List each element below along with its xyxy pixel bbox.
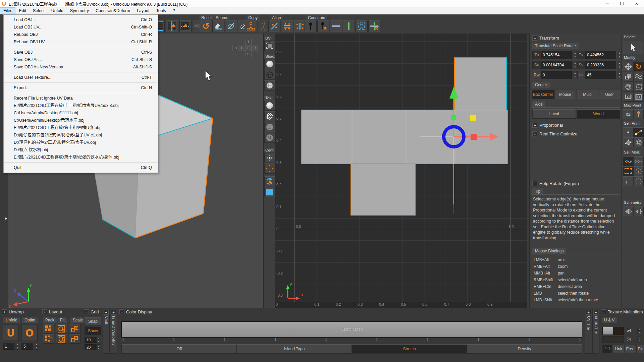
texture-checker-icon[interactable] bbox=[264, 111, 275, 121]
tv-value[interactable]: 0.424562 bbox=[585, 51, 616, 59]
expand-icon[interactable]: + bbox=[111, 310, 116, 315]
real-time-optimize-section-header[interactable]: + Real Time Optimize bbox=[532, 131, 577, 136]
menu-load-obj-uv[interactable]: Load OBJ UV...Ctrl-Shift-O bbox=[4, 23, 158, 31]
v-multiplier-slider[interactable] bbox=[602, 336, 624, 343]
constrain-pin-icon[interactable] bbox=[305, 20, 317, 32]
rotate-tool-icon[interactable]: ↻ bbox=[633, 62, 644, 71]
scale-one-to-one-icon[interactable]: 1:1 bbox=[69, 324, 80, 334]
rw-value[interactable]: 0 bbox=[541, 71, 572, 79]
center-island-icon[interactable] bbox=[264, 164, 275, 174]
link-button[interactable]: Link bbox=[613, 345, 624, 353]
select-tool-icon[interactable] bbox=[623, 41, 643, 54]
transform-section-header[interactable]: − Transform bbox=[532, 36, 559, 41]
menu-symmetry[interactable]: Symmetry bbox=[67, 7, 92, 14]
expand-icon[interactable]: + bbox=[532, 123, 537, 128]
nav-front-button[interactable]: F bbox=[245, 45, 252, 51]
visibility-strip[interactable]: + Visib. bbox=[103, 309, 110, 354]
lattice-tool-icon[interactable] bbox=[633, 82, 644, 92]
stretch-map-bar[interactable]: Stretch Map bbox=[121, 321, 582, 338]
maximize-button[interactable] bbox=[614, 0, 629, 7]
free-button[interactable]: Free bbox=[625, 345, 636, 353]
shade-wire-dark-icon[interactable] bbox=[264, 70, 275, 80]
optim-stepper[interactable]: ▲▼ bbox=[34, 343, 39, 350]
tv-field[interactable]: Tv 0.424562 ▲▼ bbox=[577, 51, 622, 59]
su-field[interactable]: Su 0.00164704 ▲▼ bbox=[532, 61, 578, 69]
fit-square-icon[interactable] bbox=[56, 324, 67, 334]
axis-local-button[interactable]: Local bbox=[532, 109, 576, 119]
marquee-rect-icon[interactable] bbox=[623, 166, 633, 176]
island-edge[interactable] bbox=[406, 110, 406, 164]
display-density-button[interactable]: Density bbox=[467, 344, 582, 354]
menu-tools[interactable]: Tools bbox=[153, 7, 169, 14]
x2-multiplier-icon[interactable]: x2 bbox=[623, 109, 633, 119]
align-line-icon[interactable] bbox=[268, 20, 280, 32]
grid-subdiv-stepper[interactable]: ▲▼ bbox=[96, 344, 101, 350]
menu-reload-obj[interactable]: ReLoad OBJCtrl-R bbox=[4, 31, 158, 38]
menu-load-user-texture[interactable]: Load User Texture...Ctrl-T bbox=[4, 74, 158, 81]
show-button[interactable]: Show bbox=[85, 327, 101, 335]
clamp-u-icon[interactable] bbox=[623, 92, 633, 102]
island-edge[interactable] bbox=[455, 110, 455, 164]
layout-section-header[interactable]: + Layout bbox=[42, 309, 62, 314]
mirror-right-icon[interactable] bbox=[633, 206, 644, 216]
display-off-button[interactable]: Off bbox=[121, 344, 237, 354]
fit-tab[interactable]: Fit bbox=[58, 317, 67, 323]
select-vertex-icon[interactable] bbox=[623, 127, 633, 137]
unfold-stepper[interactable]: ▲▼ bbox=[15, 343, 20, 350]
center-box-center-button[interactable]: Box Center bbox=[532, 90, 554, 99]
copy-uv-alt-icon[interactable] bbox=[258, 20, 270, 32]
expand-icon[interactable]: + bbox=[593, 310, 598, 315]
nav-right-button[interactable]: R bbox=[252, 45, 258, 51]
grid-size-stepper[interactable]: ▲▼ bbox=[96, 337, 101, 343]
optim-button[interactable]: O bbox=[21, 325, 38, 341]
paint-pin-icon[interactable] bbox=[633, 109, 644, 119]
shade-flat-icon[interactable] bbox=[264, 59, 275, 69]
center-pivot-icon[interactable] bbox=[264, 153, 275, 163]
brush-select-icon[interactable] bbox=[623, 156, 633, 166]
menu-edit[interactable]: Edit bbox=[15, 7, 30, 14]
menu-save-obj[interactable]: Save OBJCtrl-S bbox=[4, 49, 158, 56]
mirror-left-icon[interactable] bbox=[623, 206, 633, 216]
display-island-topo-button[interactable]: Island Topo bbox=[236, 344, 352, 354]
collapse-icon[interactable]: − bbox=[532, 181, 537, 186]
texture-binary-icon[interactable]: 1001 bbox=[264, 122, 275, 132]
menu-help[interactable]: ? bbox=[169, 7, 178, 14]
unfold-iterations-field[interactable]: 1 ▲▼ bbox=[3, 343, 20, 350]
fit-view-icon[interactable] bbox=[264, 41, 275, 51]
unfold-button[interactable]: U bbox=[3, 325, 19, 341]
collapse-icon[interactable]: − bbox=[119, 309, 124, 314]
nav-bottom-button[interactable]: B bbox=[245, 51, 252, 57]
texture-user-icon[interactable]: U bbox=[264, 133, 275, 143]
unfold-tab[interactable]: Unfold bbox=[3, 317, 20, 323]
collapse-icon[interactable]: − bbox=[84, 309, 89, 314]
grid-subdiv-field[interactable]: 20 ▲▼ bbox=[85, 344, 101, 350]
uv-island-top-rect[interactable] bbox=[454, 57, 507, 110]
constrain-unpin-icon[interactable] bbox=[317, 20, 329, 32]
uv-multiplier-tab[interactable]: U & V bbox=[602, 317, 617, 323]
expand-icon[interactable]: + bbox=[42, 309, 47, 314]
axis-world-button[interactable]: World bbox=[577, 109, 620, 119]
menu-export[interactable]: Export...Ctrl-N bbox=[4, 84, 158, 92]
align-horizontal-icon[interactable] bbox=[281, 20, 293, 32]
uv-island-bottom-square[interactable] bbox=[351, 164, 416, 216]
su-value[interactable]: 0.00164704 bbox=[541, 61, 572, 69]
menu-recent-file[interactable]: D:/有点 饮水机.obj bbox=[4, 146, 158, 154]
menu-recent-file[interactable]: D:/翔仔包的书包2/正式课/特仑苏/盒子UV c1.obj bbox=[4, 131, 158, 139]
constrain-grid-icon[interactable] bbox=[356, 20, 368, 32]
island-edge[interactable] bbox=[352, 110, 352, 164]
align-vertical-icon[interactable] bbox=[294, 20, 306, 32]
uv-tile-strip[interactable]: + UV Tile bbox=[585, 309, 592, 354]
grid-column-icon[interactable] bbox=[166, 20, 178, 32]
texture-multipliers-section-header[interactable]: − Texture Multipliers bbox=[601, 309, 643, 314]
grid-row-icon[interactable] bbox=[179, 20, 192, 32]
menu-quit[interactable]: QuitCtrl-Q bbox=[4, 164, 158, 171]
menu-unfold[interactable]: Unfold bbox=[48, 7, 67, 14]
constrain-vertical-icon[interactable] bbox=[343, 20, 355, 32]
expand-icon[interactable]: + bbox=[532, 131, 537, 136]
pack-grid-icon[interactable] bbox=[43, 324, 54, 334]
menu-reload-obj-uv[interactable]: ReLoad OBJ UVCtrl-Shift-R bbox=[4, 38, 158, 46]
tu-value[interactable]: 0.745154 bbox=[541, 51, 572, 59]
menu-recent-file[interactable]: E:/图片/2021C4D工程存放/第十期/凹槽U盘.obj bbox=[4, 124, 158, 131]
sv-field[interactable]: Sv 0.239336 ▲▼ bbox=[577, 61, 622, 69]
optim-tab[interactable]: Optim bbox=[22, 317, 38, 323]
